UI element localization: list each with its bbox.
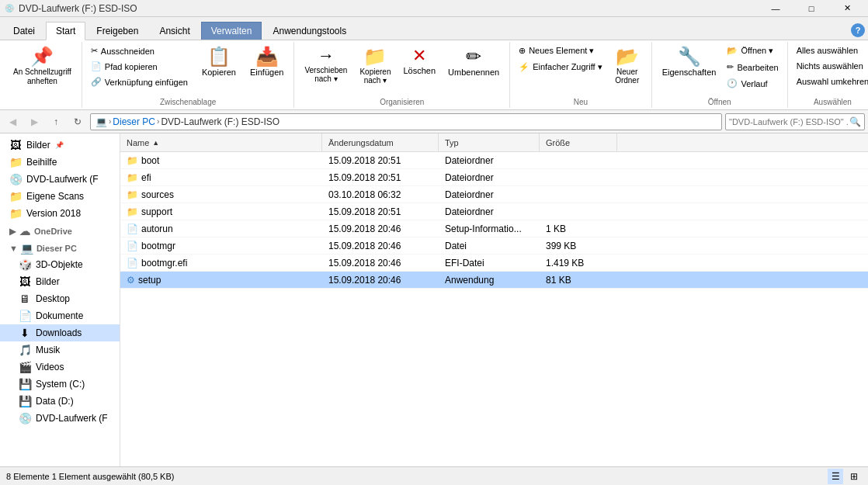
col-header-type[interactable]: Typ — [439, 133, 540, 151]
nichts-auswaehlen-label: Nichts auswählen — [797, 61, 863, 71]
onedrive-icon: ☁ — [19, 225, 31, 237]
verlauf-icon: 🕐 — [727, 78, 738, 88]
neues-element-button[interactable]: ⊕ Neues Element ▾ — [515, 43, 606, 58]
minimize-button[interactable]: — — [758, 0, 793, 17]
verschieben-button[interactable]: → Verschiebennach ▾ — [299, 43, 352, 95]
table-row[interactable]: 📄autorun 15.09.2018 20:46 Setup-Informat… — [120, 220, 868, 237]
nichts-auswaehlen-button[interactable]: Nichts auswählen — [793, 59, 868, 73]
sidebar-3d-objekte-label: 3D-Objekte — [36, 259, 83, 270]
sidebar-item-videos[interactable]: 🎬 Videos — [0, 359, 120, 376]
search-input[interactable] — [729, 117, 848, 126]
table-row[interactable]: 📁support 15.09.2018 20:51 Dateiordner — [120, 203, 868, 220]
sidebar-item-dokumente[interactable]: 📄 Dokumente — [0, 307, 120, 324]
verlauf-button[interactable]: 🕐 Verlauf — [723, 76, 782, 91]
neu-buttons: ⊕ Neues Element ▾ ⚡ Einfacher Zugriff ▾ … — [515, 43, 647, 96]
sidebar-item-version-2018[interactable]: 📁 Version 2018 — [0, 205, 120, 222]
einfuegen-button[interactable]: 📥 Einfügen — [245, 43, 289, 95]
breadcrumb-dieser-pc[interactable]: Dieser PC — [113, 116, 155, 127]
oeffnen-dropdown-button[interactable]: 📂 Öffnen ▾ — [723, 43, 782, 58]
file-size-cell — [540, 203, 617, 220]
tab-start[interactable]: Start — [46, 22, 85, 40]
sidebar-item-beihilfe[interactable]: 📁 Beihilfe — [0, 154, 120, 171]
file-date-cell: 15.09.2018 20:51 — [322, 169, 439, 185]
sidebar-item-dvd-top[interactable]: 💿 DVD-Laufwerk (F — [0, 171, 120, 188]
file-icon: 📄 — [127, 223, 138, 234]
search-bar[interactable]: 🔍 — [725, 113, 865, 130]
sidebar-item-downloads[interactable]: ⬇ Downloads — [0, 324, 120, 341]
maximize-button[interactable]: □ — [793, 0, 829, 17]
tab-anwendungstools[interactable]: Anwendungstools — [262, 22, 356, 40]
verschieben-icon: → — [318, 47, 335, 64]
data-d-icon: 💾 — [19, 395, 31, 407]
version-2018-icon: 📁 — [9, 207, 22, 220]
breadcrumb-icon[interactable]: 💻 — [95, 116, 107, 127]
file-name: bootmgr — [141, 241, 175, 251]
dvd-top-icon: 💿 — [9, 173, 22, 185]
tab-freigeben[interactable]: Freigeben — [86, 22, 148, 40]
umbenennen-button[interactable]: ✏ Umbenennen — [443, 43, 505, 95]
sidebar-dokumente-label: Dokumente — [36, 310, 83, 321]
table-row[interactable]: 📁efi 15.09.2018 20:51 Dateiordner — [120, 169, 868, 186]
tab-verwalten[interactable]: Verwalten — [201, 22, 262, 40]
table-row[interactable]: 📄bootmgr 15.09.2018 20:46 Datei 399 KB — [120, 237, 868, 255]
ausschneiden-button[interactable]: ✂ Ausschneiden — [87, 43, 192, 58]
sidebar-item-dvd-laufwerk-f[interactable]: 💿 DVD-Laufwerk (F — [0, 410, 120, 427]
file-date-cell: 15.09.2018 20:46 — [322, 272, 439, 288]
sidebar-item-desktop[interactable]: 🖥 Desktop — [0, 290, 120, 307]
breadcrumb[interactable]: 💻 › Dieser PC › DVD-Laufwerk (F:) ESD-IS… — [90, 113, 722, 130]
eigenschaften-button[interactable]: 🔧 Eigenschaften — [657, 43, 722, 95]
sidebar-item-system-c[interactable]: 💾 System (C:) — [0, 376, 120, 393]
sidebar-item-data-d[interactable]: 💾 Data (D:) — [0, 393, 120, 410]
neuer-ordner-button[interactable]: 📂 NeuerOrdner — [608, 43, 647, 95]
tab-datei[interactable]: Datei — [3, 22, 45, 40]
kopieren-nach-button[interactable]: 📁 Kopierennach ▾ — [354, 43, 396, 95]
search-icon[interactable]: 🔍 — [849, 116, 861, 127]
table-row[interactable]: ⚙setup 15.09.2018 20:46 Anwendung 81 KB — [120, 272, 868, 289]
up-button[interactable]: ↑ — [47, 113, 65, 131]
einfuegen-icon: 📥 — [255, 47, 279, 66]
col-header-size[interactable]: Größe — [540, 133, 617, 151]
table-row[interactable]: 📁sources 03.10.2018 06:32 Dateiordner — [120, 186, 868, 203]
file-name: autorun — [141, 223, 173, 234]
col-header-date[interactable]: Änderungsdatum — [322, 133, 439, 151]
sidebar-item-3d-objekte[interactable]: 🎲 3D-Objekte — [0, 256, 120, 273]
refresh-button[interactable]: ↻ — [68, 113, 87, 131]
loeschen-button[interactable]: ✕ Löschen — [398, 43, 441, 95]
sidebar-data-d-label: Data (D:) — [36, 396, 74, 407]
tab-ansicht[interactable]: Ansicht — [149, 22, 200, 40]
bearbeiten-button[interactable]: ✏ Bearbeiten — [723, 60, 782, 74]
close-button[interactable]: ✕ — [829, 0, 865, 17]
pin-label: An Schnellzugriffanheften — [13, 68, 71, 86]
file-size-cell: 1.419 KB — [540, 255, 617, 271]
help-button[interactable]: ? — [851, 23, 865, 37]
sidebar-section-onedrive[interactable]: ▶ ☁ OneDrive — [0, 222, 120, 239]
sidebar-item-musik[interactable]: 🎵 Musik — [0, 341, 120, 359]
einfuegen-label: Einfügen — [250, 68, 283, 77]
umbenennen-label: Umbenennen — [448, 68, 499, 77]
sidebar-section-dieser-pc[interactable]: ▼ 💻 Dieser PC — [0, 239, 120, 256]
file-name-cell: 📁support — [120, 203, 322, 220]
table-row[interactable]: 📄bootmgr.efi 15.09.2018 20:46 EFI-Datei … — [120, 255, 868, 272]
view-large-button[interactable]: ⊞ — [846, 469, 862, 484]
file-type-cell: Datei — [439, 237, 540, 254]
auswahl-umkehren-button[interactable]: Auswahl umkehren — [793, 74, 868, 88]
col-header-name[interactable]: Name ▲ — [120, 133, 322, 151]
sidebar-item-bilder-pc[interactable]: 🖼 Bilder — [0, 273, 120, 290]
ribbon: 📌 An Schnellzugriffanheften ✂ Ausschneid… — [0, 40, 868, 110]
einfacher-zugriff-button[interactable]: ⚡ Einfacher Zugriff ▾ — [515, 60, 606, 74]
file-name-cell: 📁sources — [120, 186, 322, 203]
forward-button[interactable]: ▶ — [25, 113, 43, 131]
pin-button[interactable]: 📌 An Schnellzugriffanheften — [8, 43, 77, 95]
kopieren-button[interactable]: 📋 Kopieren — [196, 43, 241, 95]
sidebar-item-bilder[interactable]: 🖼 Bilder 📌 — [0, 137, 120, 154]
sidebar-system-c-label: System (C:) — [36, 379, 85, 390]
sidebar-item-eigene-scans[interactable]: 📁 Eigene Scans — [0, 188, 120, 205]
verknuepfung-button[interactable]: 🔗 Verknüpfung einfügen — [87, 74, 192, 89]
expand-dieser-pc-icon: ▼ — [9, 244, 18, 253]
view-list-button[interactable]: ☰ — [828, 469, 843, 484]
pfad-kopieren-button[interactable]: 📄 Pfad kopieren — [87, 59, 192, 74]
table-row[interactable]: 📁boot 15.09.2018 20:51 Dateiordner — [120, 152, 868, 169]
breadcrumb-sep-2: › — [157, 117, 159, 126]
back-button[interactable]: ◀ — [3, 113, 22, 131]
alles-auswaehlen-button[interactable]: Alles auswählen — [793, 43, 868, 57]
